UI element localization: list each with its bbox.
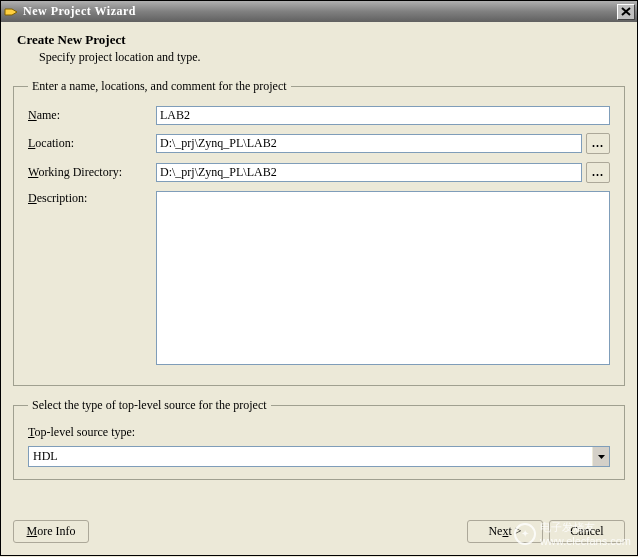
workdir-row: Working Directory: ... xyxy=(28,162,610,183)
window-title: New Project Wizard xyxy=(23,4,617,19)
button-row: More Info Next > Cancel xyxy=(13,520,625,543)
source-type-legend: Select the type of top-level source for … xyxy=(28,398,271,413)
svg-marker-0 xyxy=(5,9,17,15)
workdir-label: Working Directory: xyxy=(28,165,156,180)
spacer xyxy=(89,520,467,543)
location-input[interactable] xyxy=(156,134,582,153)
more-info-button[interactable]: More Info xyxy=(13,520,89,543)
location-label: Location: xyxy=(28,136,156,151)
source-type-select[interactable]: HDL xyxy=(28,446,610,467)
location-browse-button[interactable]: ... xyxy=(586,133,610,154)
cancel-button[interactable]: Cancel xyxy=(549,520,625,543)
workdir-input[interactable] xyxy=(156,163,582,182)
workdir-browse-button[interactable]: ... xyxy=(586,162,610,183)
source-type-group: Select the type of top-level source for … xyxy=(13,398,625,480)
source-type-value: HDL xyxy=(29,447,592,466)
location-row: Location: ... xyxy=(28,133,610,154)
page-title: Create New Project xyxy=(13,32,625,48)
source-type-label: Top-level source type: xyxy=(28,425,610,440)
name-input[interactable] xyxy=(156,106,610,125)
close-icon xyxy=(621,7,631,16)
svg-marker-3 xyxy=(598,455,605,459)
name-label: Name: xyxy=(28,108,156,123)
page-header: Create New Project Specify project locat… xyxy=(13,32,625,65)
project-info-group: Enter a name, locations, and comment for… xyxy=(13,79,625,386)
page-subtitle: Specify project location and type. xyxy=(13,50,625,65)
project-info-legend: Enter a name, locations, and comment for… xyxy=(28,79,291,94)
window-body: Create New Project Specify project locat… xyxy=(0,22,638,556)
description-row: Description: xyxy=(28,191,610,365)
name-row: Name: xyxy=(28,106,610,125)
chevron-down-icon xyxy=(592,447,609,466)
description-label: Description: xyxy=(28,191,156,206)
app-icon xyxy=(3,4,19,20)
close-button[interactable] xyxy=(617,4,635,20)
description-input[interactable] xyxy=(156,191,610,365)
title-bar: New Project Wizard xyxy=(0,0,638,22)
next-button[interactable]: Next > xyxy=(467,520,543,543)
